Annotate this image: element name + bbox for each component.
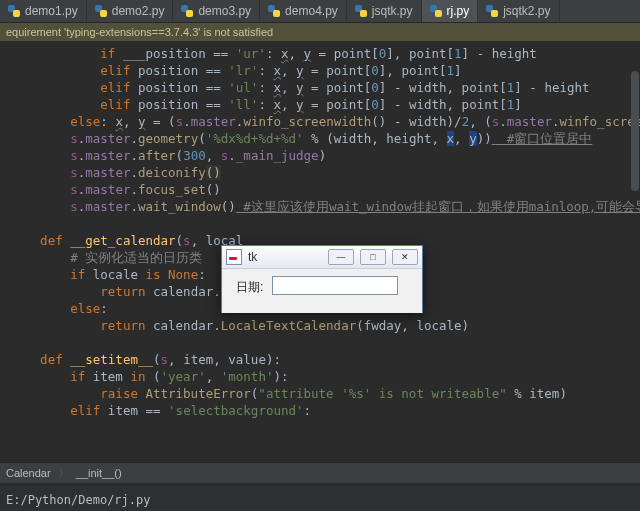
date-entry[interactable]: [272, 276, 398, 295]
tab-demo3-py[interactable]: demo3.py: [173, 0, 260, 22]
maximize-button[interactable]: □: [360, 249, 386, 265]
scrollbar-thumb[interactable]: [631, 71, 639, 191]
tab-jsqtk2-py[interactable]: jsqtk2.py: [478, 0, 559, 22]
close-button[interactable]: ✕: [392, 249, 418, 265]
tab-demo4-py[interactable]: demo4.py: [260, 0, 347, 22]
python-file-icon: [486, 5, 498, 17]
tab-rj-py[interactable]: rj.py: [422, 0, 479, 22]
python-file-icon: [95, 5, 107, 17]
tab-demo2-py[interactable]: demo2.py: [87, 0, 174, 22]
tk-body: 日期:: [222, 269, 422, 313]
tk-titlebar[interactable]: tk — □ ✕: [222, 246, 422, 269]
minimize-button[interactable]: —: [328, 249, 354, 265]
tab-jsqtk-py[interactable]: jsqtk.py: [347, 0, 422, 22]
python-file-icon: [268, 5, 280, 17]
tab-label: demo1.py: [25, 4, 78, 18]
python-file-icon: [181, 5, 193, 17]
tab-label: demo2.py: [112, 4, 165, 18]
python-file-icon: [355, 5, 367, 17]
editor-tabs: demo1.pydemo2.pydemo3.pydemo4.pyjsqtk.py…: [0, 0, 640, 23]
tab-label: jsqtk2.py: [503, 4, 550, 18]
python-file-icon: [8, 5, 20, 17]
tab-label: demo3.py: [198, 4, 251, 18]
editor-scrollbar[interactable]: [630, 41, 640, 462]
run-output-bar: E:/Python/Demo/rj.py: [0, 485, 640, 511]
code-editor[interactable]: if ___position == 'ur': x, y = point[0],…: [0, 41, 640, 462]
python-file-icon: [430, 5, 442, 17]
tab-demo1-py[interactable]: demo1.py: [0, 0, 87, 22]
tk-title: tk: [248, 250, 322, 264]
breadcrumb-class[interactable]: Calendar: [6, 467, 51, 479]
breadcrumb-method[interactable]: __init__(): [76, 467, 122, 479]
tk-app-icon: [226, 249, 242, 265]
chevron-right-icon: 〉: [58, 467, 69, 479]
structure-breadcrumbs[interactable]: Calendar 〉 __init__(): [0, 462, 640, 483]
tab-label: jsqtk.py: [372, 4, 413, 18]
tk-window[interactable]: tk — □ ✕ 日期:: [221, 245, 423, 313]
date-label: 日期:: [236, 279, 263, 296]
tab-label: demo4.py: [285, 4, 338, 18]
requirement-warning-bar: equirement 'typing-extensions==3.7.4.3' …: [0, 23, 640, 41]
tab-label: rj.py: [447, 4, 470, 18]
